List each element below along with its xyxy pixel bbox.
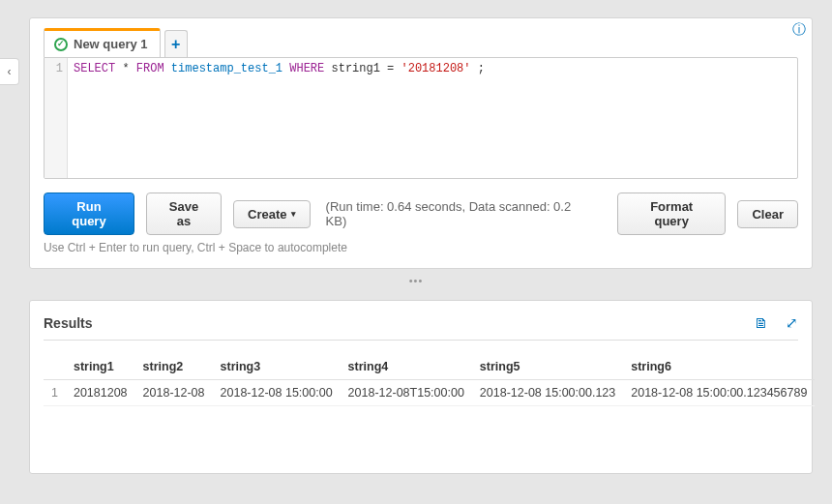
results-header: Results 🗎 ⤢: [44, 314, 798, 332]
sql-keyword: FROM: [136, 62, 164, 75]
cell: 2018-12-08T15:00:00: [341, 380, 472, 406]
tab-label: New query 1: [74, 37, 148, 51]
results-panel: Results 🗎 ⤢ string1 string2 string3 stri…: [29, 300, 813, 474]
editor-gutter: 1: [45, 58, 68, 178]
panel-splitter[interactable]: •••: [0, 275, 832, 286]
table-header-row: string1 string2 string3 string4 string5 …: [44, 354, 815, 380]
editor-content[interactable]: SELECT * FROM timestamp_test_1 WHERE str…: [68, 58, 797, 178]
status-ok-icon: ✓: [54, 38, 68, 51]
col-string4: string4: [341, 354, 472, 380]
sidebar-collapse-toggle[interactable]: ‹: [0, 58, 19, 85]
clear-button[interactable]: Clear: [737, 200, 798, 228]
run-query-button[interactable]: Run query: [44, 193, 134, 235]
chevron-down-icon: ▾: [291, 209, 296, 219]
cell: 2018-12-08 15:00:00: [213, 380, 341, 406]
expand-results-icon[interactable]: ⤢: [786, 314, 798, 332]
save-as-button[interactable]: Save as: [146, 193, 222, 235]
create-label: Create: [248, 207, 286, 222]
col-string1: string1: [66, 354, 135, 380]
col-rownum: [44, 354, 66, 380]
sql-identifier: timestamp_test_1: [164, 62, 290, 75]
table-row: 1 20181208 2018-12-08 2018-12-08 15:00:0…: [44, 380, 815, 406]
editor-hint: Use Ctrl + Enter to run query, Ctrl + Sp…: [30, 241, 812, 254]
col-string3: string3: [213, 354, 341, 380]
line-number: 1: [45, 62, 63, 75]
format-query-button[interactable]: Format query: [617, 193, 727, 235]
run-info-text: (Run time: 0.64 seconds, Data scanned: 0…: [326, 199, 594, 228]
query-toolbar: Run query Save as Create ▾ (Run time: 0.…: [30, 179, 812, 241]
sql-editor[interactable]: 1 SELECT * FROM timestamp_test_1 WHERE s…: [44, 57, 798, 179]
sql-string: '20181208': [401, 62, 471, 75]
cell-rownum: 1: [44, 380, 66, 406]
col-string6: string6: [623, 354, 815, 380]
col-string2: string2: [135, 354, 213, 380]
divider: [44, 340, 798, 341]
query-tabs: ✓ New query 1 +: [30, 18, 812, 57]
download-results-icon[interactable]: 🗎: [754, 314, 768, 332]
sql-text: *: [115, 62, 136, 75]
sql-text: ;: [471, 62, 485, 75]
cell: 2018-12-08 15:00:00.123: [472, 380, 623, 406]
tab-new-query-1[interactable]: ✓ New query 1: [44, 28, 161, 57]
info-icon[interactable]: ⓘ: [792, 22, 806, 36]
sql-keyword: SELECT: [74, 62, 115, 75]
cell: 2018-12-08: [135, 380, 213, 406]
sql-keyword: WHERE: [289, 62, 324, 75]
query-panel: ⓘ ✓ New query 1 + 1 SELECT * FROM timest…: [29, 17, 813, 269]
results-table: string1 string2 string3 string4 string5 …: [44, 354, 815, 406]
add-tab-button[interactable]: +: [164, 30, 188, 57]
cell: 2018-12-08 15:00:00.123456789: [623, 380, 815, 406]
cell: 20181208: [66, 380, 135, 406]
create-button[interactable]: Create ▾: [233, 200, 310, 228]
results-title: Results: [44, 315, 93, 331]
sql-text: string1 =: [324, 62, 401, 75]
col-string5: string5: [472, 354, 623, 380]
